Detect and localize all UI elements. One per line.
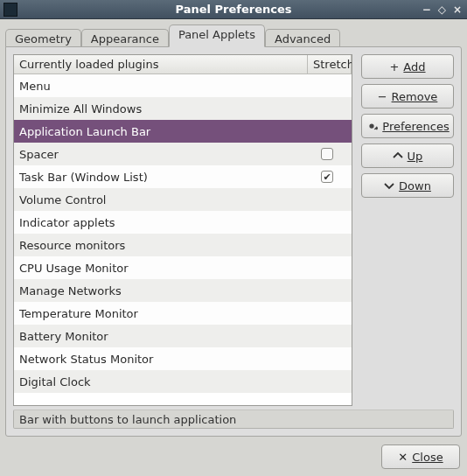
chevron-down-icon <box>384 180 394 191</box>
window-controls: − ◇ × <box>422 4 467 16</box>
plugin-name: Temperature Monitor <box>19 307 308 320</box>
stretch-checkbox[interactable]: ✔ <box>321 171 333 183</box>
plugin-name: Volume Control <box>19 193 308 206</box>
close-x-icon: ✕ <box>398 451 408 464</box>
column-header-name[interactable]: Currently loaded plugins <box>14 55 308 74</box>
plugin-name: Digital Clock <box>19 375 308 388</box>
list-item[interactable]: Resource monitors <box>14 234 352 256</box>
list-item[interactable]: Manage Networks <box>14 279 352 302</box>
plugin-name: Manage Networks <box>19 284 308 298</box>
plugin-name: Minimize All Windows <box>19 102 308 116</box>
plugin-name: Spacer <box>19 148 308 161</box>
plugin-name: Application Launch Bar <box>19 125 308 138</box>
list-item[interactable]: Network Status Monitor <box>14 347 352 370</box>
app-icon <box>3 3 17 17</box>
tab-bar: Geometry Appearance Panel Applets Advanc… <box>5 24 462 47</box>
list-item[interactable]: Indicator applets <box>14 211 352 234</box>
stretch-checkbox[interactable] <box>321 148 333 160</box>
panel-preferences-window: Panel Preferences − ◇ × Geometry Appeara… <box>0 0 467 476</box>
maximize-icon[interactable]: ◇ <box>438 4 446 16</box>
tab-page-applets: Currently loaded plugins Stretch MenuMin… <box>5 46 462 437</box>
preferences-button-label: Preferences <box>382 120 449 133</box>
add-button[interactable]: + Add <box>361 54 454 79</box>
up-button[interactable]: Up <box>361 144 454 168</box>
list-item[interactable]: Minimize All Windows <box>14 97 352 120</box>
close-icon[interactable]: × <box>453 4 462 16</box>
stretch-cell <box>308 148 346 160</box>
list-item[interactable]: CPU Usage Monitor <box>14 256 352 279</box>
plugins-list-body[interactable]: MenuMinimize All WindowsApplication Laun… <box>14 74 352 405</box>
window-title: Panel Preferences <box>0 3 467 16</box>
titlebar: Panel Preferences − ◇ × <box>0 0 467 19</box>
tab-geometry[interactable]: Geometry <box>5 29 81 48</box>
plugins-list[interactable]: Currently loaded plugins Stretch MenuMin… <box>13 54 352 406</box>
minimize-icon[interactable]: − <box>422 4 431 16</box>
close-button[interactable]: ✕ Close <box>381 444 460 469</box>
list-item[interactable]: Digital Clock <box>14 370 352 393</box>
status-text: Bar with buttons to launch application <box>19 413 236 426</box>
tab-appearance[interactable]: Appearance <box>81 29 169 48</box>
list-item[interactable]: Spacer <box>14 143 352 165</box>
stretch-cell: ✔ <box>308 171 346 183</box>
plugin-name: Task Bar (Window List) <box>19 171 308 184</box>
plugin-name: Network Status Monitor <box>19 353 308 366</box>
gear-icon <box>366 120 378 132</box>
plugins-list-header: Currently loaded plugins Stretch <box>14 55 352 74</box>
plus-icon: + <box>389 60 399 74</box>
plugin-name: Resource monitors <box>19 239 308 252</box>
close-button-label: Close <box>412 451 443 464</box>
status-bar: Bar with buttons to launch application <box>13 410 454 429</box>
plugin-name: Battery Monitor <box>19 330 308 343</box>
add-button-label: Add <box>403 60 425 74</box>
tab-advanced[interactable]: Advanced <box>265 29 340 48</box>
list-item[interactable]: Application Launch Bar <box>14 120 352 143</box>
dialog-footer: ✕ Close <box>0 438 467 476</box>
applets-main-row: Currently loaded plugins Stretch MenuMin… <box>13 54 454 406</box>
side-buttons: + Add − Remove Preferences <box>361 54 454 406</box>
list-item[interactable]: Volume Control <box>14 188 352 211</box>
plugin-name: Menu <box>19 80 308 93</box>
list-item[interactable]: Task Bar (Window List)✔ <box>14 165 352 188</box>
down-button[interactable]: Down <box>361 173 454 198</box>
preferences-button[interactable]: Preferences <box>361 114 454 138</box>
plugin-name: Indicator applets <box>19 216 308 229</box>
plugin-name: CPU Usage Monitor <box>19 262 308 275</box>
minus-icon: − <box>378 90 387 103</box>
tab-panel-applets[interactable]: Panel Applets <box>169 24 265 47</box>
remove-button-label: Remove <box>392 90 438 103</box>
content-area: Geometry Appearance Panel Applets Advanc… <box>0 19 467 438</box>
up-button-label: Up <box>408 150 423 163</box>
column-header-stretch[interactable]: Stretch <box>308 55 352 74</box>
list-item[interactable]: Temperature Monitor <box>14 302 352 325</box>
remove-button[interactable]: − Remove <box>361 84 454 108</box>
down-button-label: Down <box>399 179 431 192</box>
list-item[interactable]: Menu <box>14 74 352 97</box>
list-item[interactable]: Battery Monitor <box>14 325 352 347</box>
chevron-up-icon <box>393 150 403 161</box>
